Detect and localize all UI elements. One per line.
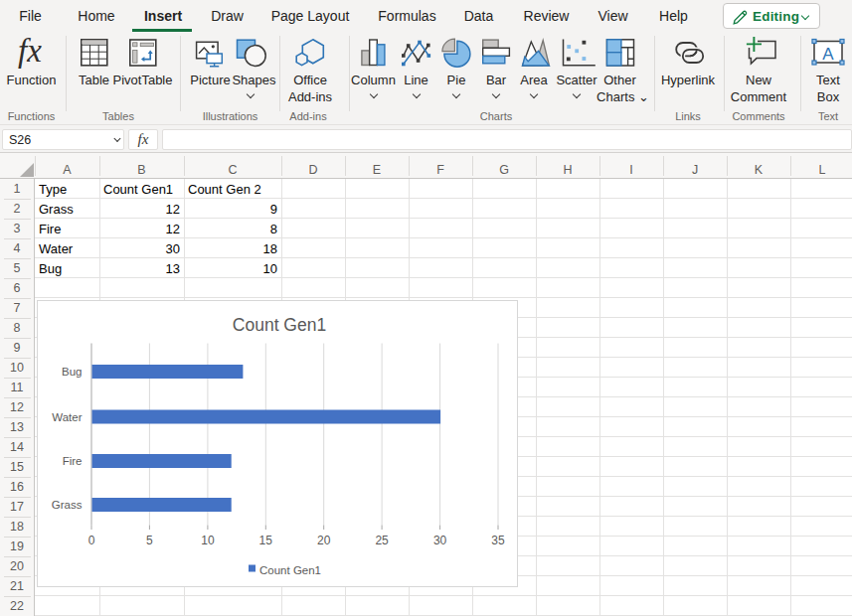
svg-text:Water: Water bbox=[52, 411, 82, 423]
svg-text:10: 10 bbox=[201, 534, 215, 547]
svg-text:20: 20 bbox=[317, 534, 331, 547]
svg-text:30: 30 bbox=[433, 534, 447, 547]
svg-text:35: 35 bbox=[491, 534, 505, 547]
svg-text:0: 0 bbox=[88, 534, 95, 547]
svg-text:Count Gen1: Count Gen1 bbox=[259, 564, 321, 576]
svg-text:Count Gen1: Count Gen1 bbox=[233, 315, 326, 335]
svg-text:5: 5 bbox=[146, 534, 153, 547]
svg-text:Grass: Grass bbox=[52, 499, 83, 511]
svg-text:A: A bbox=[822, 45, 834, 64]
svg-text:Fire: Fire bbox=[63, 455, 83, 467]
svg-text:Bug: Bug bbox=[62, 366, 82, 378]
svg-text:25: 25 bbox=[375, 534, 389, 547]
svg-text:15: 15 bbox=[259, 534, 273, 547]
